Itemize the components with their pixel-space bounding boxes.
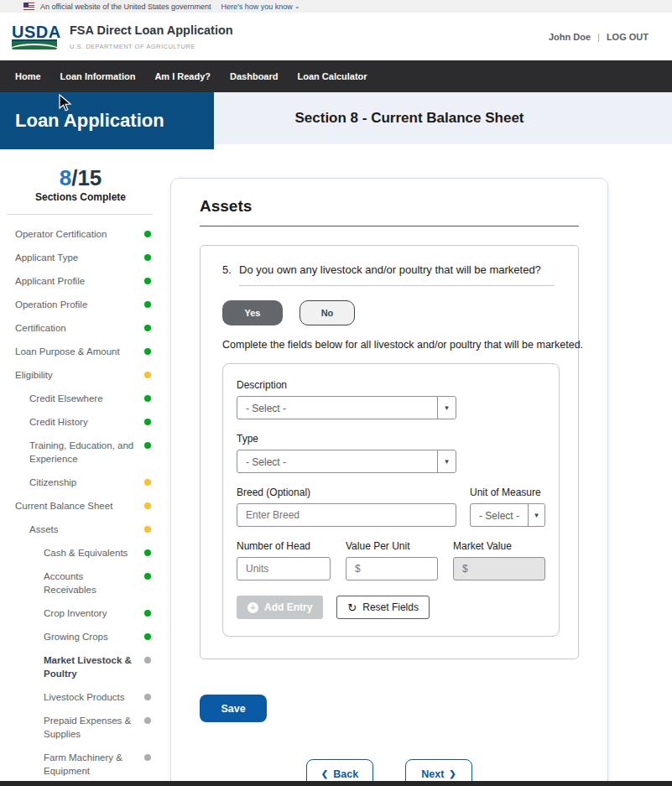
entry-actions: + Add Entry ↻ Reset Fields bbox=[237, 596, 545, 619]
sections-total: /15 bbox=[71, 165, 102, 190]
chevron-down-icon: ⌄ bbox=[294, 3, 300, 10]
description-select[interactable]: - Select - ▾ bbox=[237, 396, 456, 419]
sidebar-nav-list: Operator Certification Applicant Type Ap… bbox=[0, 222, 161, 783]
description-label: Description bbox=[237, 379, 545, 391]
sidebar-item-farm-machinery-equipment[interactable]: Farm Machinery & Equipment bbox=[0, 746, 161, 783]
status-dot bbox=[144, 231, 151, 237]
divider bbox=[200, 226, 579, 226]
market-value-input bbox=[453, 557, 545, 580]
status-dot bbox=[144, 301, 151, 308]
status-dot bbox=[144, 348, 151, 355]
sidebar-item-prepaid-expenses-supplies[interactable]: Prepaid Expenses & Supplies bbox=[0, 709, 161, 746]
department-label: U.S. DEPARTMENT OF AGRICULTURE bbox=[70, 43, 233, 50]
status-dot bbox=[144, 395, 151, 402]
how-you-know-link[interactable]: Here's how you know ⌄ bbox=[221, 3, 300, 11]
progress-label: Sections Complete bbox=[0, 191, 161, 203]
yes-button[interactable]: Yes bbox=[222, 300, 283, 325]
sidebar-item-assets[interactable]: Assets bbox=[0, 518, 161, 541]
breed-uom-row: Breed (Optional) Unit of Measure - Selec… bbox=[237, 487, 545, 527]
sidebar-item-certification[interactable]: Certification bbox=[0, 316, 161, 340]
status-dot bbox=[144, 717, 151, 724]
sidebar-item-operator-certification[interactable]: Operator Certification bbox=[0, 222, 161, 246]
status-dot bbox=[144, 479, 151, 486]
sidebar-item-livestock-products[interactable]: Livestock Products bbox=[0, 685, 161, 709]
number-of-head-field-group: Number of Head bbox=[237, 540, 331, 580]
unit-of-measure-field-group: Unit of Measure - Select - ▾ bbox=[470, 487, 545, 527]
sidebar-item-loan-purpose-amount[interactable]: Loan Purpose & Amount bbox=[0, 340, 161, 363]
status-dot bbox=[144, 278, 151, 284]
add-entry-button[interactable]: + Add Entry bbox=[237, 596, 323, 619]
sidebar-item-accounts-receivables[interactable]: Accounts Receivables bbox=[0, 565, 161, 601]
sidebar-item-citizenship[interactable]: Citizenship bbox=[0, 471, 161, 494]
description-field-group: Description - Select - ▾ bbox=[237, 379, 545, 419]
chevron-down-icon: ▾ bbox=[445, 404, 449, 412]
entry-fieldset: Description - Select - ▾ Type - Select -… bbox=[222, 363, 560, 637]
sidebar-item-credit-elsewhere[interactable]: Credit Elsewhere bbox=[0, 387, 161, 410]
description-select-toggle[interactable]: ▾ bbox=[437, 397, 456, 419]
type-select[interactable]: - Select - ▾ bbox=[237, 450, 456, 473]
divider bbox=[7, 214, 153, 215]
card-title: Assets bbox=[200, 197, 579, 216]
status-dot bbox=[144, 526, 151, 533]
gov-banner: An official website of the United States… bbox=[0, 0, 672, 13]
sidebar-item-growing-crops[interactable]: Growing Crops bbox=[0, 625, 161, 648]
divider: | bbox=[597, 32, 600, 42]
status-dot bbox=[144, 573, 151, 580]
status-dot bbox=[144, 633, 151, 640]
assets-card: Assets 5. Do you own any livestock and/o… bbox=[170, 178, 608, 786]
number-of-head-label: Number of Head bbox=[237, 540, 331, 552]
status-dot bbox=[144, 657, 151, 664]
main-area: Assets 5. Do you own any livestock and/o… bbox=[161, 149, 672, 786]
sidebar-item-training-education-experience[interactable]: Training, Education, and Experience bbox=[0, 434, 161, 471]
nav-item-home[interactable]: Home bbox=[15, 71, 41, 81]
nav-item-am-i-ready[interactable]: Am I Ready? bbox=[154, 71, 211, 81]
breed-field-group: Breed (Optional) bbox=[237, 487, 456, 527]
nav-item-dashboard[interactable]: Dashboard bbox=[230, 71, 278, 81]
type-label: Type bbox=[237, 433, 545, 445]
reset-fields-button[interactable]: ↻ Reset Fields bbox=[336, 596, 430, 619]
status-dot bbox=[144, 754, 151, 761]
us-flag-icon bbox=[23, 3, 34, 10]
status-dot bbox=[144, 502, 151, 509]
number-of-head-input[interactable] bbox=[237, 557, 331, 580]
value-per-unit-field-group: Value Per Unit bbox=[346, 540, 438, 580]
no-button[interactable]: No bbox=[300, 300, 355, 325]
site-header: USDA FSA Direct Loan Application U.S. DE… bbox=[0, 13, 672, 60]
sidebar-item-market-livestock-poultry[interactable]: Market Livestock & Poultry bbox=[0, 648, 161, 685]
logout-link[interactable]: LOG OUT bbox=[607, 32, 649, 42]
status-dot bbox=[144, 254, 151, 261]
nav-item-loan-information[interactable]: Loan Information bbox=[60, 71, 136, 81]
nav-item-loan-calculator[interactable]: Loan Calculator bbox=[298, 71, 367, 81]
type-select-toggle[interactable]: ▾ bbox=[437, 450, 456, 472]
sidebar: 8/15 Sections Complete Operator Certific… bbox=[0, 149, 161, 783]
user-name: John Doe bbox=[549, 32, 591, 42]
numbers-row: Number of Head Value Per Unit Market Val… bbox=[237, 540, 545, 580]
question-number: 5. bbox=[222, 263, 239, 277]
value-per-unit-label: Value Per Unit bbox=[346, 540, 438, 552]
unit-of-measure-select-toggle[interactable]: ▾ bbox=[528, 504, 544, 526]
breed-input[interactable] bbox=[237, 503, 456, 527]
header-title-block: FSA Direct Loan Application U.S. DEPARTM… bbox=[70, 23, 233, 50]
sidebar-item-crop-inventory[interactable]: Crop Inventory bbox=[0, 601, 161, 625]
usda-logo: USDA bbox=[12, 24, 57, 49]
sidebar-item-cash-equivalents[interactable]: Cash & Equivalents bbox=[0, 541, 161, 565]
sidebar-item-applicant-profile[interactable]: Applicant Profile bbox=[0, 269, 161, 293]
sidebar-item-current-balance-sheet[interactable]: Current Balance Sheet bbox=[0, 494, 161, 518]
usda-swoosh bbox=[12, 41, 57, 49]
content: 8/15 Sections Complete Operator Certific… bbox=[0, 149, 672, 786]
status-dot bbox=[144, 610, 151, 617]
reset-icon: ↻ bbox=[347, 602, 357, 613]
status-dot bbox=[144, 325, 151, 331]
market-value-field-group: Market Value bbox=[453, 540, 545, 580]
sidebar-item-operation-profile[interactable]: Operation Profile bbox=[0, 293, 161, 316]
value-per-unit-input[interactable] bbox=[346, 557, 438, 580]
sidebar-item-credit-history[interactable]: Credit History bbox=[0, 410, 161, 434]
yes-no-group: Yes No bbox=[222, 300, 556, 325]
sidebar-item-applicant-type[interactable]: Applicant Type bbox=[0, 246, 161, 269]
save-button[interactable]: Save bbox=[200, 695, 267, 722]
page-band: Section 8 - Current Balance Sheet Loan A… bbox=[0, 92, 672, 149]
status-dot bbox=[144, 372, 151, 378]
status-dot bbox=[144, 419, 151, 425]
unit-of-measure-select[interactable]: - Select - ▾ bbox=[470, 503, 545, 527]
sidebar-item-eligibility[interactable]: Eligibility bbox=[0, 363, 161, 387]
